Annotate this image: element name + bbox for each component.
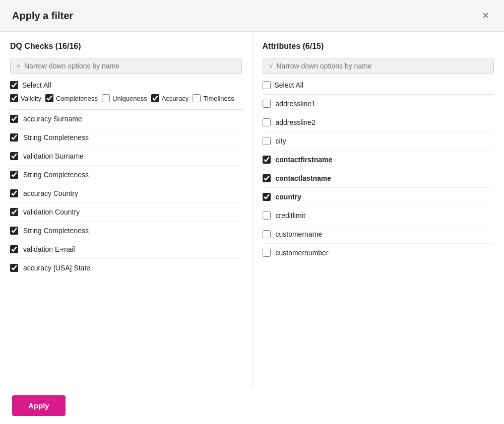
list-item-checkbox[interactable] [263, 249, 271, 257]
list-item[interactable]: creditlimit [263, 206, 492, 225]
list-item-checkbox[interactable] [263, 118, 271, 126]
list-item[interactable]: customername [263, 225, 492, 244]
filter-tag-accuracy[interactable]: Accuracy [151, 94, 188, 102]
list-item[interactable]: customernumber [263, 244, 492, 262]
list-item[interactable]: accuracy [USA] State [10, 259, 240, 277]
list-item-checkbox[interactable] [263, 193, 271, 201]
uniqueness-label: Uniqueness [112, 95, 147, 102]
list-item-checkbox[interactable] [263, 156, 271, 164]
accuracy-checkbox[interactable] [151, 94, 159, 102]
list-item-checkbox[interactable] [10, 133, 18, 142]
timeliness-checkbox[interactable] [193, 94, 201, 102]
dq-checks-select-all-label[interactable]: Select All [22, 81, 51, 89]
dq-checks-title: DQ Checks (16/16) [10, 42, 242, 51]
list-item-checkbox[interactable] [10, 227, 18, 235]
uniqueness-checkbox[interactable] [102, 94, 110, 102]
timeliness-label: Timeliness [203, 95, 234, 102]
list-item-checkbox[interactable] [10, 115, 18, 123]
list-item-label: accuracy [USA] State [23, 264, 90, 272]
list-item[interactable]: contactlastname [263, 169, 492, 188]
dialog-footer: Apply [0, 387, 504, 424]
list-item-checkbox[interactable] [263, 230, 271, 238]
attributes-search-input[interactable] [277, 62, 488, 70]
attributes-select-all-checkbox[interactable] [263, 81, 271, 89]
attributes-title: Attributes (6/15) [263, 42, 494, 51]
dq-checks-search-input[interactable] [24, 62, 235, 70]
accuracy-label: Accuracy [162, 95, 188, 102]
validity-checkbox[interactable] [10, 94, 18, 102]
list-item[interactable]: addressline2 [263, 113, 492, 132]
list-item-label: contactlastname [276, 174, 331, 182]
list-item-label: String Completeness [23, 227, 89, 235]
list-item-label: city [276, 137, 286, 145]
list-item-label: country [276, 193, 301, 201]
list-item-label: contactfirstname [276, 156, 333, 164]
completeness-label: Completeness [56, 95, 98, 102]
list-item[interactable]: validation Country [10, 203, 240, 222]
list-item[interactable]: country [263, 188, 492, 206]
dialog-title: Apply a filter [12, 10, 73, 22]
search-icon: ▿ [17, 62, 20, 70]
attributes-search-box: ▿ [263, 58, 494, 74]
list-item[interactable]: city [263, 132, 492, 151]
list-item-checkbox[interactable] [263, 174, 271, 182]
dq-checks-panel: DQ Checks (16/16) ▿ Select All Validity … [0, 32, 253, 387]
list-item[interactable]: accuracy Surname [10, 110, 240, 128]
list-item-label: addressline2 [276, 118, 316, 126]
list-item-checkbox[interactable] [10, 171, 18, 179]
list-item-label: creditlimit [276, 211, 305, 220]
attributes-panel: Attributes (6/15) ▿ Select All addressli… [253, 32, 505, 387]
list-item-label: validation Country [23, 208, 80, 216]
list-item[interactable]: validation E-mail [10, 240, 240, 259]
close-button[interactable]: × [479, 9, 492, 22]
list-item-checkbox[interactable] [10, 264, 18, 272]
dq-checks-select-all-checkbox[interactable] [10, 81, 18, 89]
apply-button[interactable]: Apply [12, 395, 66, 416]
dq-checks-items-list: accuracy SurnameString Completenessvalid… [10, 110, 242, 387]
list-item-label: String Completeness [23, 133, 89, 142]
list-item-checkbox[interactable] [263, 100, 271, 108]
filter-tag-uniqueness[interactable]: Uniqueness [102, 94, 147, 102]
filter-tag-validity[interactable]: Validity [10, 94, 41, 102]
completeness-checkbox[interactable] [45, 94, 53, 102]
list-item-label: validation Surname [23, 152, 84, 160]
filter-tag-completeness[interactable]: Completeness [45, 94, 98, 102]
list-item[interactable]: contactfirstname [263, 151, 492, 169]
dq-checks-select-all-row: Select All [10, 81, 242, 89]
list-item-label: String Completeness [23, 171, 89, 179]
apply-filter-dialog: Apply a filter × DQ Checks (16/16) ▿ Sel… [0, 0, 504, 424]
list-item-checkbox[interactable] [10, 152, 18, 160]
dialog-header: Apply a filter × [0, 0, 504, 32]
list-item[interactable]: validation Surname [10, 147, 240, 166]
list-item-label: validation E-mail [23, 245, 75, 253]
list-item[interactable]: String Completeness [10, 166, 240, 184]
list-item-checkbox[interactable] [10, 245, 18, 253]
list-item-label: customernumber [276, 249, 329, 257]
list-item-checkbox[interactable] [263, 211, 271, 220]
list-item-checkbox[interactable] [263, 137, 271, 145]
attributes-items-list: addressline1addressline2citycontactfirst… [263, 95, 494, 387]
attributes-select-all-label[interactable]: Select All [275, 81, 304, 89]
list-item-label: customername [276, 230, 323, 238]
dq-checks-search-box: ▿ [10, 58, 242, 74]
list-item-label: addressline1 [276, 100, 316, 108]
list-item[interactable]: String Completeness [10, 222, 240, 240]
dialog-body: DQ Checks (16/16) ▿ Select All Validity … [0, 32, 504, 387]
search-icon-right: ▿ [269, 62, 273, 70]
list-item[interactable]: addressline1 [263, 95, 492, 113]
list-item-checkbox[interactable] [10, 189, 18, 197]
attributes-select-all-row: Select All [263, 81, 494, 89]
list-item[interactable]: String Completeness [10, 128, 240, 147]
validity-label: Validity [21, 95, 41, 102]
list-item[interactable]: accuracy Country [10, 184, 240, 203]
list-item-label: accuracy Surname [23, 115, 82, 123]
filter-tags: Validity Completeness Uniqueness Accurac… [10, 94, 242, 102]
list-item-label: accuracy Country [23, 189, 78, 197]
list-item-checkbox[interactable] [10, 208, 18, 216]
filter-tag-timeliness[interactable]: Timeliness [193, 94, 234, 102]
